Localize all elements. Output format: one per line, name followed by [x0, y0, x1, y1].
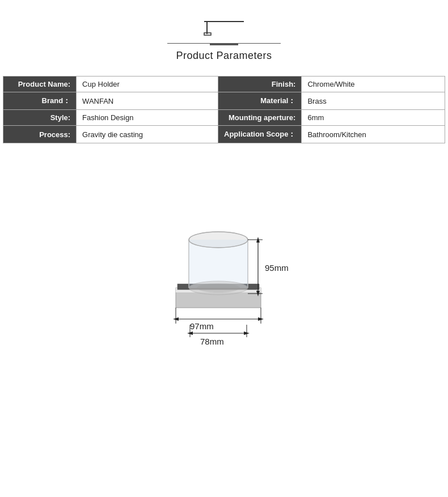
- param-value-right: Brass: [302, 92, 445, 110]
- param-value-left: WANFAN: [77, 92, 218, 110]
- svg-text:78mm: 78mm: [200, 337, 224, 346]
- product-image-section: 95mm 97mm 78mm: [0, 177, 448, 359]
- page-title: Product Parameters: [176, 50, 272, 62]
- param-label-left: Product Name:: [3, 77, 77, 92]
- params-section: Product Name:Cup HolderFinish:Chrome/Whi…: [3, 76, 445, 143]
- param-label-right: Mounting aperture:: [218, 110, 302, 126]
- param-label-right: Application Scope：: [218, 126, 302, 143]
- param-value-left: Fashion Design: [77, 110, 218, 126]
- table-row: Brand：WANFANMaterial：Brass: [3, 92, 445, 110]
- table-row: Style:Fashion DesignMounting aperture:6m…: [3, 110, 445, 126]
- param-value-left: Cup Holder: [77, 77, 218, 92]
- table-row: Process:Gravity die castingApplication S…: [3, 126, 445, 143]
- svg-text:97mm: 97mm: [190, 321, 214, 331]
- header-section: Product Parameters: [0, 0, 448, 62]
- param-label-left: Process:: [3, 126, 77, 143]
- param-label-right: Material：: [218, 92, 302, 110]
- param-label-right: Finish:: [218, 77, 302, 92]
- product-icon: [198, 17, 250, 40]
- params-table: Product Name:Cup HolderFinish:Chrome/Whi…: [3, 76, 445, 143]
- param-value-right: Chrome/White: [302, 77, 445, 92]
- svg-rect-9: [189, 240, 248, 288]
- product-container: 95mm 97mm 78mm: [116, 183, 332, 353]
- table-row: Product Name:Cup HolderFinish:Chrome/Whi…: [3, 77, 445, 92]
- param-label-left: Brand：: [3, 92, 77, 110]
- svg-text:95mm: 95mm: [265, 263, 289, 273]
- product-drawing: 95mm 97mm 78mm: [116, 183, 332, 353]
- svg-point-12: [197, 283, 240, 292]
- param-label-left: Style:: [3, 110, 77, 126]
- param-value-right: 6mm: [302, 110, 445, 126]
- param-value-left: Gravity die casting: [77, 126, 218, 143]
- param-value-right: Bathroom/Kitchen: [302, 126, 445, 143]
